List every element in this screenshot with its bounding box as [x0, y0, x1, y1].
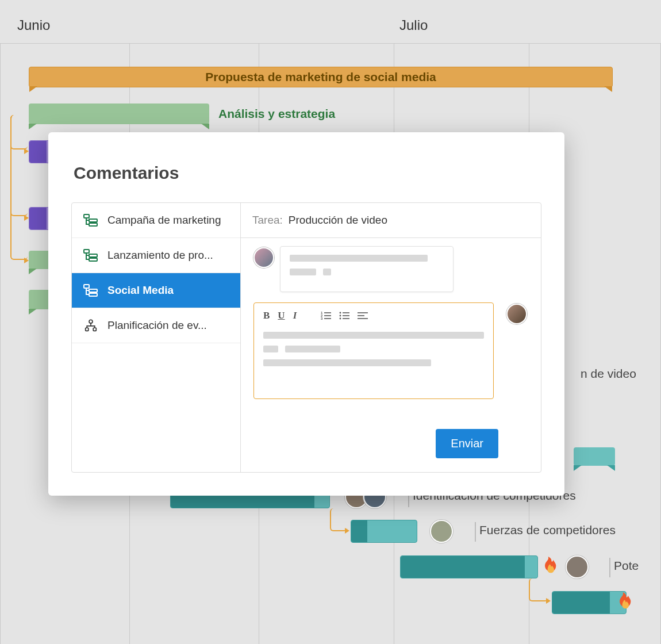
avatar — [506, 304, 527, 324]
project-item-marketing[interactable]: Campaña de marketing — [72, 203, 240, 238]
gantt-bar-parent[interactable]: Propuesta de marketing de social media — [29, 67, 613, 87]
italic-button[interactable]: I — [293, 310, 297, 321]
underline-button[interactable]: U — [278, 310, 285, 321]
svg-text:3: 3 — [321, 317, 323, 320]
project-item-label: Planificación de ev... — [107, 319, 207, 332]
org-icon — [83, 319, 98, 332]
project-item-launch[interactable]: Lanzamiento de pro... — [72, 238, 240, 273]
avatar — [566, 555, 589, 578]
svg-point-22 — [340, 315, 341, 317]
hierarchy-icon — [83, 214, 98, 227]
svg-rect-2 — [89, 223, 97, 226]
comments-panel: Campaña de marketing Lanzamiento de pro.… — [71, 202, 541, 473]
editor-toolbar: B U I 123 — [263, 310, 484, 321]
task-value: Producción de video — [289, 214, 387, 227]
project-item-social-media[interactable]: Social Media — [72, 273, 240, 308]
gantt-bar-competitors-forces[interactable] — [351, 520, 417, 543]
svg-rect-4 — [89, 254, 97, 257]
svg-point-23 — [340, 318, 341, 320]
comments-modal: Comentarios Campaña de marketing Lanzami… — [48, 132, 564, 496]
gantt-bar-teal-parent[interactable] — [574, 447, 615, 466]
month-june: Junio — [17, 17, 50, 33]
gantt-bar-label: Propuesta de marketing de social media — [205, 70, 436, 84]
hierarchy-icon — [83, 249, 98, 262]
project-item-planning[interactable]: Planificación de ev... — [72, 308, 240, 343]
comment-bubble — [280, 246, 454, 292]
gantt-bar-pote[interactable] — [400, 555, 538, 578]
svg-rect-1 — [89, 219, 97, 222]
project-item-label: Campaña de marketing — [107, 214, 221, 227]
bold-button[interactable]: B — [263, 310, 270, 321]
svg-rect-11 — [93, 328, 96, 331]
task-key: Tarea: — [252, 214, 283, 227]
svg-rect-3 — [84, 250, 89, 253]
flame-icon — [541, 557, 558, 576]
project-list: Campaña de marketing Lanzamiento de pro.… — [72, 203, 241, 472]
comment-thread: Tarea: Producción de video B U I — [241, 203, 541, 472]
bullet-list-button[interactable] — [339, 311, 349, 320]
svg-rect-7 — [89, 289, 97, 292]
gantt-label-row7: Fuerzas de competidores — [479, 523, 616, 537]
svg-rect-8 — [89, 293, 97, 296]
project-item-label: Social Media — [107, 284, 174, 297]
hierarchy-icon — [83, 284, 98, 297]
svg-rect-5 — [89, 258, 97, 261]
gantt-label-row8: Pote — [614, 559, 639, 573]
svg-rect-0 — [84, 214, 89, 218]
comment-editor[interactable]: B U I 123 — [253, 302, 494, 399]
avatar — [253, 247, 274, 268]
svg-point-9 — [89, 320, 93, 323]
ordered-list-button[interactable]: 123 — [321, 311, 331, 320]
svg-rect-6 — [84, 285, 89, 288]
svg-point-21 — [340, 312, 341, 314]
project-item-label: Lanzamiento de pro... — [107, 249, 213, 262]
gantt-bar-last[interactable] — [552, 591, 627, 614]
gantt-label-video-partial: n de video — [581, 367, 636, 381]
avatar — [430, 520, 453, 543]
task-header: Tarea: Producción de video — [241, 203, 541, 238]
gantt-bar-analysis[interactable] — [29, 103, 209, 124]
month-july: Julio — [399, 17, 428, 33]
send-button[interactable]: Enviar — [436, 429, 498, 458]
align-button[interactable] — [358, 311, 368, 320]
gantt-label-analysis: Análisis y estrategia — [218, 107, 335, 121]
flame-icon — [616, 592, 632, 612]
svg-rect-10 — [86, 328, 89, 331]
month-header: Junio Julio — [0, 0, 661, 44]
modal-title: Comentarios — [74, 163, 541, 183]
